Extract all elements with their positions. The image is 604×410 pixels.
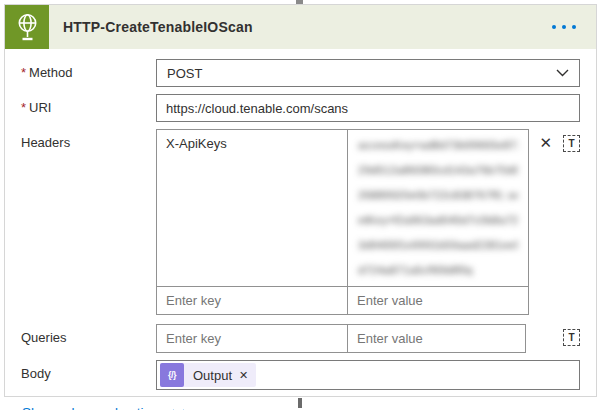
queries-row: Queries T [21,324,580,353]
uri-label: *URI [21,94,156,115]
http-connector-tile [5,5,49,49]
headers-row: Headers X-ApiKeys accessKey=ad8d73b99665… [21,129,580,315]
designer-canvas: HTTP-CreateTenableIOScan *Method POST *U… [0,0,604,410]
header-key-field[interactable]: X-ApiKeys [157,130,347,286]
queries-label: Queries [21,324,156,345]
dynamic-content-icon: {/} [160,363,184,387]
header-new-value-input[interactable] [348,287,528,314]
chevron-down-icon [556,69,569,77]
method-value: POST [167,66,202,81]
token-label: Output [193,368,232,383]
query-value-cell [347,325,525,352]
headers-label: Headers [21,129,156,150]
method-row: *Method POST [21,59,580,87]
header-new-key-cell [157,286,347,314]
http-action-card: HTTP-CreateTenableIOScan *Method POST *U… [4,4,597,397]
queries-table [156,324,526,353]
header-new-value-cell [347,286,528,314]
header-value-field-redacted[interactable]: accessKey=ad8d73b99665e872 29d512a8608l0… [347,130,528,286]
action-parameters: *Method POST *URI Headers X-ApiKeys [5,49,596,410]
query-key-cell [157,325,347,352]
globe-icon [14,12,41,43]
body-input[interactable]: {/} Output ✕ [156,360,580,390]
headers-text-mode-icon[interactable]: T [563,135,580,152]
delete-header-icon[interactable]: ✕ [539,135,552,151]
uri-input[interactable] [156,94,580,122]
queries-text-mode-icon[interactable]: T [563,329,580,346]
body-row: Body {/} Output ✕ [21,360,580,390]
required-asterisk: * [21,65,26,80]
method-dropdown[interactable]: POST [156,59,580,87]
action-header[interactable]: HTTP-CreateTenableIOScan [5,5,596,49]
required-asterisk: * [21,100,26,115]
remove-token-icon[interactable]: ✕ [239,369,248,382]
queries-side-controls: T [563,324,580,346]
query-value-input[interactable] [348,325,525,352]
query-key-input[interactable] [157,325,347,352]
headers-side-controls: ✕ T [539,129,580,152]
uri-row: *URI [21,94,580,122]
output-token-pill[interactable]: {/} Output ✕ [160,363,256,387]
show-advanced-options-link[interactable]: Show advanced options [22,405,185,410]
ellipsis-menu-icon[interactable] [550,19,578,35]
method-label: *Method [21,59,156,80]
header-new-key-input[interactable] [157,287,347,314]
action-title: HTTP-CreateTenableIOScan [63,19,253,35]
body-label: Body [21,360,156,381]
headers-table: X-ApiKeys accessKey=ad8d73b99665e872 29d… [156,129,529,315]
